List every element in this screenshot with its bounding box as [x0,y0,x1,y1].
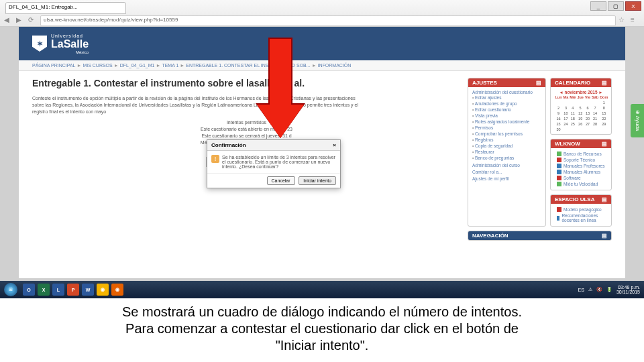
calendar-day[interactable] [584,100,590,105]
list-item[interactable]: Soporte Técnico [555,157,607,163]
list-item[interactable]: Manuales Alumnos [555,169,607,175]
collapse-icon[interactable]: ▤ [602,80,607,86]
close-button[interactable]: X [625,1,641,11]
calendar-day[interactable] [577,100,584,105]
network-icon[interactable]: ⚠ [588,287,592,292]
calendar-day[interactable]: 21 [592,116,599,121]
list-item[interactable]: Modelo pedagógico [555,206,607,213]
sidebar-item[interactable]: Roles asignados localmente [472,119,541,125]
calendar-day[interactable]: 17 [563,116,569,121]
breadcrumb-item[interactable]: DFL_04_G1_M1 [120,63,155,68]
volume-icon[interactable]: 🔇 [596,287,602,292]
taskbar-app-icon[interactable]: P [67,284,79,296]
sidebar-item[interactable]: Registros [472,137,541,143]
taskbar-app-icon[interactable]: O [23,284,35,296]
collapse-icon[interactable]: ▤ [602,196,607,202]
list-item[interactable]: Manuales Profesores [555,163,607,169]
calendar-day[interactable]: 15 [600,111,608,115]
collapse-icon[interactable]: ▤ [602,233,607,239]
calendar-day[interactable] [563,100,569,105]
start-button[interactable]: ⊞ [4,283,17,296]
calendar-day[interactable]: 4 [570,105,576,110]
calendar-day[interactable]: 30 [555,127,562,131]
calendar-day[interactable]: 6 [584,105,590,110]
calendar-day[interactable]: 28 [592,121,599,126]
taskbar-app-icon[interactable]: L [52,284,64,296]
close-icon[interactable]: × [333,142,336,148]
forward-icon[interactable]: ▶ [16,16,25,25]
calendar-day[interactable]: 16 [555,116,562,121]
taskbar-app-icon[interactable]: ◉ [97,284,109,296]
back-icon[interactable]: ◀ [4,16,13,25]
sidebar-item[interactable]: Editar ajustes [472,95,541,101]
minimize-button[interactable]: _ [590,1,606,11]
calendar-day[interactable]: 18 [570,116,576,121]
clock-time[interactable]: 03:48 p.m. [616,285,640,290]
reload-icon[interactable]: ⟳ [28,16,38,25]
breadcrumb-item[interactable]: TEMA 1 [162,63,178,68]
calendar-day[interactable]: 8 [600,105,608,110]
star-icon[interactable]: ☆ [619,16,628,25]
calendar-day[interactable]: 3 [563,105,569,110]
battery-icon[interactable]: 🔋 [606,287,612,292]
calendar-day[interactable]: 9 [555,111,562,115]
sidebar-item[interactable]: Banco de preguntas [472,155,541,161]
sidebar-item[interactable]: Copia de seguridad [472,143,541,149]
breadcrumb: PÁGINA PRINCIPAL►MIS CURSOS►DFL_04_G1_M1… [19,60,625,71]
calendar-day[interactable] [555,100,562,105]
calendar-day[interactable]: 14 [592,111,599,115]
sidebar-item[interactable]: Anulaciones de grupo [472,101,541,107]
browser-tab[interactable]: DFL_04_G1_M1: Entregab... [5,2,126,14]
calendar-month[interactable]: ◄ noviembre 2015 ► [555,90,607,95]
sidebar-item[interactable]: Comprobar los permisos [472,131,541,137]
breadcrumb-item[interactable]: INFORMACIÓN [318,63,352,68]
section-label[interactable]: Ajustes de mi perfil [472,176,541,181]
calendar-day[interactable]: 12 [577,111,584,115]
calendar-day[interactable]: 2 [555,105,562,110]
calendar-day[interactable]: 19 [577,116,584,121]
calendar-day[interactable]: 13 [584,111,590,115]
taskbar-app-icon[interactable]: W [82,284,94,296]
calendar-day[interactable]: 29 [600,121,608,126]
clock-date[interactable]: 30/11/2015 [616,290,640,294]
calendar-day[interactable]: 24 [563,121,569,126]
start-attempt-button[interactable]: Iniciar intento [299,176,336,185]
section-label[interactable]: Administración del curso [472,163,541,168]
calendar-day[interactable]: 25 [570,121,576,126]
collapse-icon[interactable]: ▤ [536,80,541,86]
calendar-day[interactable]: 5 [577,105,584,110]
calendar-day[interactable] [592,100,599,105]
menu-icon[interactable]: ≡ [631,16,640,25]
maximize-button[interactable]: ▢ [608,1,624,11]
list-item[interactable]: Banco de Recursos [555,151,607,157]
sidebar-item[interactable]: Permisos [472,125,541,131]
calendar-day[interactable]: 11 [570,111,576,115]
calendar-day[interactable]: 10 [563,111,569,115]
list-item[interactable]: Recomendaciones docentes en línea [555,213,607,223]
sidebar-item[interactable]: Restaurar [472,149,541,155]
address-bar[interactable]: ulsa.we-know.net/otrasdep/mod/quiz/view.… [40,15,616,26]
calendar-day[interactable]: 23 [555,121,562,126]
sidebar-item[interactable]: Editar cuestionario [472,107,541,113]
calendar-day[interactable]: 7 [592,105,599,110]
sidebar-item[interactable]: Vista previa [472,113,541,119]
calendar-day[interactable]: 26 [577,121,584,126]
calendar-day[interactable]: 20 [584,116,590,121]
list-item[interactable]: Mide tu Velocidad [555,181,607,187]
logo[interactable]: ✶ Universidad LaSalle México [32,34,89,54]
calendar-day[interactable]: 22 [600,116,608,121]
section-label[interactable]: Cambiar rol a... [472,170,541,174]
taskbar-app-icon[interactable]: ◉ [111,284,123,296]
calendar-day[interactable]: 27 [584,121,590,126]
cancel-button[interactable]: Cancelar [267,176,295,185]
calendar-day[interactable] [570,100,576,105]
language-indicator[interactable]: ES [578,288,584,292]
taskbar-app-icon[interactable]: X [38,284,50,296]
breadcrumb-item[interactable]: PÁGINA PRINCIPAL [32,63,75,68]
help-tab[interactable]: ⊕ Ayuda [631,104,644,137]
list-item[interactable]: Software [555,175,607,181]
calendar-day[interactable]: 1 [600,100,608,105]
section-label[interactable]: Administración del cuestionario [472,90,541,95]
collapse-icon[interactable]: ▤ [602,141,607,147]
breadcrumb-item[interactable]: MIS CURSOS [83,63,112,68]
